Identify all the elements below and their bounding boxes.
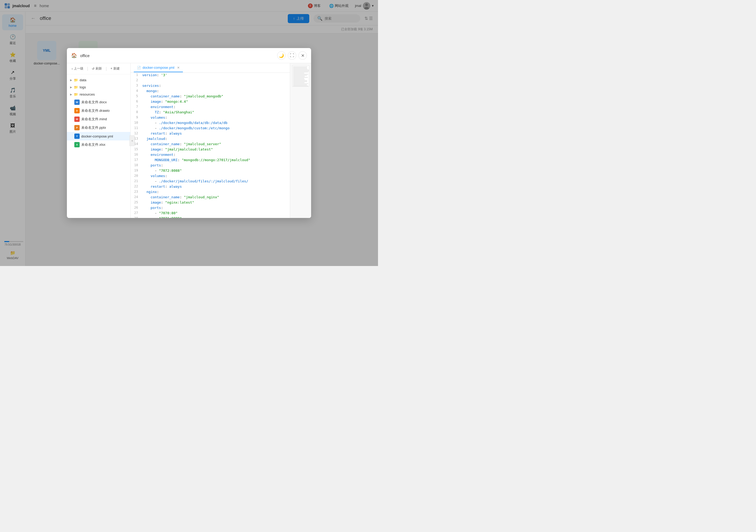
line-code: - "7070:80" <box>141 211 290 216</box>
folder-name-resources: resources <box>80 93 95 96</box>
tab-close-icon[interactable]: ✕ <box>177 66 180 69</box>
file-tree-panel: ‹ 上一级 | ↺ 刷新 | + 新建 ▶ <box>67 63 131 218</box>
line-code: - ./docker/mongodb/data/db:/data/db <box>141 120 290 126</box>
code-line: 24 container_name: "jmalcloud_nginx" <box>131 195 290 200</box>
line-number: 24 <box>131 195 141 200</box>
code-line: 9 volumes: <box>131 115 290 120</box>
line-code: - ./docker/jmalcloud/files/:/jmalcloud/f… <box>141 179 290 184</box>
code-line: 25 image: "nginx:latest" <box>131 200 290 205</box>
line-number: 15 <box>131 147 141 152</box>
viewer-header: 🏠 office 🌙 ⛶ ✕ <box>67 48 311 63</box>
folder-arrow-resources: ▶ <box>70 93 72 96</box>
line-code: - "7071:8089" <box>141 216 290 218</box>
tree-folder-logs[interactable]: ▶ 📁 logs <box>67 84 130 91</box>
line-number: 26 <box>131 205 141 211</box>
code-line: 8 TZ: "Asia/Shanghai" <box>131 110 290 115</box>
folder-arrow-logs: ▶ <box>70 86 72 89</box>
line-code: image: "nginx:latest" <box>141 200 290 205</box>
code-line: 22 restart: always <box>131 184 290 190</box>
line-code: - ./docker/mongodb/custom:/etc/mongo <box>141 126 290 131</box>
folder-icon-resources: 📁 <box>74 93 78 96</box>
line-code: version: '3' <box>141 73 290 78</box>
file-tree-list: ▶ 📁 data ▶ 📁 logs ▶ 📁 resources <box>67 74 130 218</box>
close-btn[interactable]: ✕ <box>298 51 307 60</box>
line-number: 16 <box>131 152 141 158</box>
line-code: jmalcloud: <box>141 136 290 142</box>
viewer-title: office <box>80 53 274 58</box>
tree-folder-data[interactable]: ▶ 📁 data <box>67 76 130 84</box>
line-number: 23 <box>131 190 141 195</box>
folder-icon-logs: 📁 <box>74 85 78 89</box>
back-up-btn[interactable]: ‹ 上一级 <box>70 65 85 72</box>
code-line: 2 <box>131 78 290 83</box>
badge-drawio: D <box>74 108 80 113</box>
line-code: - "7072:8088" <box>141 168 290 173</box>
code-line: 4 mongo: <box>131 89 290 94</box>
code-line: 28 - "7071:8089" <box>131 216 290 218</box>
code-line: 7 environment: <box>131 105 290 110</box>
code-line: 23 nginx: <box>131 190 290 195</box>
folder-name-data: data <box>80 78 86 82</box>
line-number: 21 <box>131 179 141 184</box>
tree-file-yml[interactable]: Y docker-compose.yml <box>67 132 130 141</box>
code-line: 11 - ./docker/mongodb/custom:/etc/mongo <box>131 126 290 131</box>
line-number: 2 <box>131 78 141 83</box>
tree-file-pptx[interactable]: P 未命名文件.pptx <box>67 123 130 132</box>
dark-mode-btn[interactable]: 🌙 <box>277 51 285 60</box>
tree-divider2: | <box>106 66 107 71</box>
line-code: restart: always <box>141 184 290 190</box>
code-line: 26 ports: <box>131 205 290 211</box>
tree-file-name-mind: 未命名文件.mind <box>81 117 107 121</box>
tree-file-mind[interactable]: M 未命名文件.mind <box>67 115 130 123</box>
fullscreen-btn[interactable]: ⛶ <box>288 51 296 60</box>
code-line: 5 container_name: "jmalcloud_mongodb" <box>131 94 290 99</box>
code-line: 17 MONGODB_URI: "mongodb://mongo:27017/j… <box>131 158 290 163</box>
tree-file-drawio[interactable]: D 未命名文件.drawio <box>67 106 130 115</box>
code-line: 12 restart: always <box>131 131 290 136</box>
tree-file-xlsx[interactable]: X 未命名文件.xlsx <box>67 141 130 149</box>
line-code: nginx: <box>141 190 290 195</box>
line-code: ports: <box>141 163 290 168</box>
tab-yml[interactable]: 📄 docker-compose.yml ✕ <box>134 64 183 72</box>
modal-overlay[interactable]: 🏠 office 🌙 ⛶ ✕ ‹ 上一级 | ↺ <box>0 0 378 266</box>
line-code: image: "mongo:4.4" <box>141 99 290 105</box>
tree-folder-resources[interactable]: ▶ 📁 resources <box>67 91 130 98</box>
tree-divider: | <box>87 66 88 71</box>
line-code: environment: <box>141 105 290 110</box>
tree-collapse-btn[interactable]: ‹ <box>129 135 135 146</box>
line-number: 11 <box>131 126 141 131</box>
line-number: 25 <box>131 200 141 205</box>
tree-file-name-yml: docker-compose.yml <box>81 134 113 138</box>
code-line: 20 volumes: <box>131 173 290 179</box>
tree-file-docx[interactable]: W 未命名文件.docx <box>67 98 130 106</box>
folder-arrow-data: ▶ <box>70 79 72 82</box>
line-code: volumes: <box>141 173 290 179</box>
line-number: 7 <box>131 105 141 110</box>
line-code <box>141 78 290 83</box>
tree-file-name-xlsx: 未命名文件.xlsx <box>81 142 105 147</box>
line-number: 10 <box>131 120 141 126</box>
line-code: container_name: "jmalcloud_server" <box>141 142 290 147</box>
code-line: 10 - ./docker/mongodb/data/db:/data/db <box>131 120 290 126</box>
refresh-btn[interactable]: ↺ 刷新 <box>90 65 103 72</box>
line-number: 17 <box>131 158 141 163</box>
line-code: restart: always <box>141 131 290 136</box>
line-number: 18 <box>131 163 141 168</box>
thumb-image <box>292 65 309 87</box>
viewer-header-actions: 🌙 ⛶ ✕ <box>277 51 307 60</box>
line-code: container_name: "jmalcloud_mongodb" <box>141 94 290 99</box>
yml-tab-icon: 📄 <box>137 66 141 69</box>
code-line: 14 container_name: "jmalcloud_server" <box>131 142 290 147</box>
line-number: 6 <box>131 99 141 105</box>
viewer-body: ‹ 上一级 | ↺ 刷新 | + 新建 ▶ <box>67 63 311 218</box>
new-btn[interactable]: + 新建 <box>109 65 121 72</box>
refresh-icon: ↺ <box>92 67 94 70</box>
viewer-home-icon[interactable]: 🏠 <box>71 53 77 58</box>
line-code: ports: <box>141 205 290 211</box>
line-code: container_name: "jmalcloud_nginx" <box>141 195 290 200</box>
line-number: 4 <box>131 89 141 94</box>
line-number: 19 <box>131 168 141 173</box>
line-number: 9 <box>131 115 141 120</box>
line-number: 3 <box>131 83 141 89</box>
line-number: 1 <box>131 73 141 78</box>
